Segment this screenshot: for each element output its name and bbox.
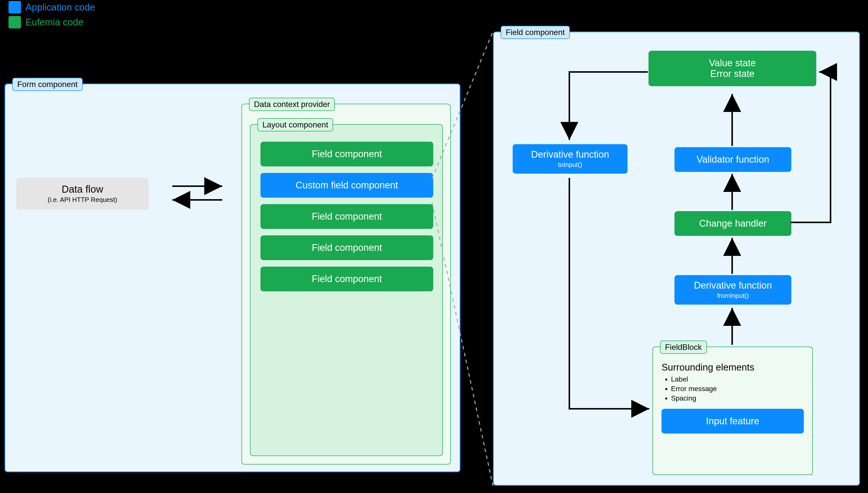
- fieldblock-panel: FieldBlock Surrounding elements Label Er…: [653, 347, 813, 475]
- legend: Application code Eufemia code: [8, 1, 95, 31]
- data-context-provider-panel: Data context provider Layout component F…: [242, 104, 451, 465]
- error-state-label: Error state: [710, 68, 754, 79]
- custom-field-component-box: Custom field component: [260, 173, 433, 198]
- field-component-badge: Field component: [501, 26, 570, 39]
- change-handler-box: Change handler: [675, 211, 791, 236]
- field-component-label: Field component: [312, 274, 382, 284]
- layout-stack: Field component Custom field component F…: [260, 142, 433, 291]
- fieldblock-inner: Surrounding elements Label Error message…: [653, 347, 812, 442]
- input-feature-label: Input feature: [706, 416, 759, 426]
- field-component-box: Field component: [260, 266, 433, 291]
- fieldblock-list-item: Spacing: [671, 394, 804, 402]
- derivative-frominput-box: Derivative function fromInput(): [675, 275, 791, 305]
- data-context-provider-badge: Data context provider: [249, 98, 335, 111]
- data-flow-subtitle: (i.e. API HTTP Request): [21, 196, 144, 203]
- derivative-frominput-title: Derivative function: [694, 280, 772, 291]
- legend-swatch-application: [8, 1, 21, 14]
- legend-swatch-eufemia: [8, 16, 21, 28]
- input-feature-box: Input feature: [662, 409, 804, 433]
- field-component-label: Field component: [312, 149, 382, 159]
- custom-field-component-label: Custom field component: [296, 180, 398, 190]
- derivative-frominput-sub: fromInput(): [680, 292, 786, 300]
- field-component-box: Field component: [260, 235, 433, 260]
- field-component-box: Field component: [260, 142, 433, 166]
- field-component-label: Field component: [312, 242, 382, 253]
- legend-row-app: Application code: [8, 1, 95, 14]
- legend-label-application: Application code: [25, 2, 95, 13]
- legend-row-eufemia: Eufemia code: [8, 16, 95, 28]
- fieldblock-list-item: Error message: [671, 385, 804, 393]
- layout-component-badge: Layout component: [257, 118, 333, 131]
- fieldblock-badge: FieldBlock: [660, 341, 707, 354]
- data-flow-box: Data flow (i.e. API HTTP Request): [16, 178, 149, 210]
- fieldblock-title: Surrounding elements: [662, 362, 804, 373]
- fieldblock-list: Label Error message Spacing: [662, 375, 804, 402]
- change-handler-label: Change handler: [699, 218, 767, 229]
- value-error-state-box: Value state Error state: [648, 51, 816, 86]
- derivative-toinput-sub: toInput(): [518, 161, 622, 169]
- derivative-toinput-title: Derivative function: [531, 149, 609, 160]
- validator-function-label: Validator function: [697, 154, 769, 165]
- data-flow-title: Data flow: [21, 184, 144, 195]
- form-component-badge: Form component: [12, 78, 83, 91]
- legend-label-eufemia: Eufemia code: [25, 17, 84, 28]
- field-component-panel: Field component Value state Error state …: [493, 31, 860, 486]
- value-state-label: Value state: [709, 58, 756, 68]
- fieldblock-list-item: Label: [671, 375, 804, 383]
- field-component-box: Field component: [260, 204, 433, 229]
- validator-function-box: Validator function: [675, 147, 791, 172]
- layout-component-panel: Layout component Field component Custom …: [250, 124, 443, 456]
- field-component-label: Field component: [312, 211, 382, 222]
- derivative-toinput-box: Derivative function toInput(): [513, 144, 627, 174]
- form-component-panel: Form component Data flow (i.e. API HTTP …: [4, 83, 460, 472]
